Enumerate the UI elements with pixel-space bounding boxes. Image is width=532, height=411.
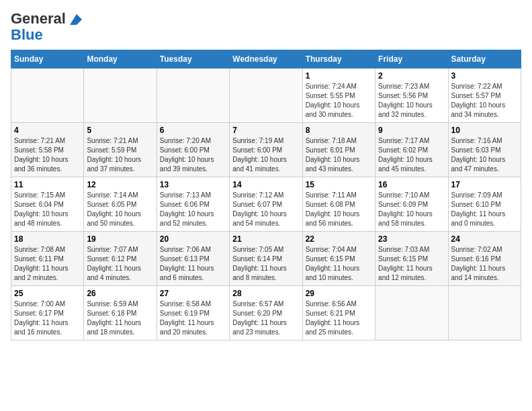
calendar-cell: 18Sunrise: 7:08 AM Sunset: 6:11 PM Dayli… bbox=[11, 232, 84, 286]
calendar-cell bbox=[84, 68, 157, 123]
day-number: 18 bbox=[14, 234, 81, 244]
calendar-week-row: 1Sunrise: 7:24 AM Sunset: 5:55 PM Daylig… bbox=[11, 68, 521, 123]
calendar-cell: 14Sunrise: 7:12 AM Sunset: 6:07 PM Dayli… bbox=[230, 177, 302, 232]
weekday-header-friday: Friday bbox=[375, 50, 448, 68]
day-number: 21 bbox=[232, 234, 299, 244]
calendar-cell: 28Sunrise: 6:57 AM Sunset: 6:20 PM Dayli… bbox=[230, 286, 302, 340]
day-info: Sunrise: 6:57 AM Sunset: 6:20 PM Dayligh… bbox=[232, 300, 299, 337]
calendar-cell: 12Sunrise: 7:14 AM Sunset: 6:05 PM Dayli… bbox=[84, 177, 157, 232]
calendar-cell: 3Sunrise: 7:22 AM Sunset: 5:57 PM Daylig… bbox=[448, 68, 521, 123]
day-info: Sunrise: 7:22 AM Sunset: 5:57 PM Dayligh… bbox=[451, 82, 518, 120]
calendar-cell bbox=[11, 68, 84, 123]
day-info: Sunrise: 6:59 AM Sunset: 6:18 PM Dayligh… bbox=[87, 300, 153, 337]
logo: General Blue bbox=[11, 11, 82, 43]
day-number: 3 bbox=[451, 71, 518, 81]
day-info: Sunrise: 6:58 AM Sunset: 6:19 PM Dayligh… bbox=[160, 300, 226, 337]
day-number: 7 bbox=[232, 126, 299, 135]
page-header: General Blue bbox=[11, 11, 521, 43]
logo-general: General bbox=[11, 11, 66, 27]
day-info: Sunrise: 7:23 AM Sunset: 5:56 PM Dayligh… bbox=[378, 82, 445, 120]
calendar-cell: 25Sunrise: 7:00 AM Sunset: 6:17 PM Dayli… bbox=[11, 286, 84, 340]
calendar-cell bbox=[375, 286, 448, 340]
day-number: 12 bbox=[87, 180, 153, 189]
day-info: Sunrise: 7:00 AM Sunset: 6:17 PM Dayligh… bbox=[14, 300, 81, 337]
calendar-cell bbox=[448, 286, 521, 340]
day-info: Sunrise: 7:15 AM Sunset: 6:04 PM Dayligh… bbox=[14, 191, 81, 228]
day-info: Sunrise: 7:10 AM Sunset: 6:09 PM Dayligh… bbox=[378, 191, 445, 228]
calendar-cell bbox=[157, 68, 229, 123]
day-info: Sunrise: 7:03 AM Sunset: 6:15 PM Dayligh… bbox=[378, 245, 445, 283]
day-info: Sunrise: 7:13 AM Sunset: 6:06 PM Dayligh… bbox=[160, 191, 226, 228]
calendar-cell: 1Sunrise: 7:24 AM Sunset: 5:55 PM Daylig… bbox=[302, 68, 375, 123]
calendar-week-row: 11Sunrise: 7:15 AM Sunset: 6:04 PM Dayli… bbox=[11, 177, 521, 232]
calendar-cell: 17Sunrise: 7:09 AM Sunset: 6:10 PM Dayli… bbox=[448, 177, 521, 232]
day-info: Sunrise: 7:21 AM Sunset: 5:59 PM Dayligh… bbox=[87, 136, 153, 174]
calendar-week-row: 25Sunrise: 7:00 AM Sunset: 6:17 PM Dayli… bbox=[11, 286, 521, 340]
calendar-cell: 8Sunrise: 7:18 AM Sunset: 6:01 PM Daylig… bbox=[302, 123, 375, 177]
day-number: 27 bbox=[160, 289, 226, 298]
day-number: 8 bbox=[306, 126, 372, 135]
calendar-cell: 19Sunrise: 7:07 AM Sunset: 6:12 PM Dayli… bbox=[84, 232, 157, 286]
day-number: 24 bbox=[451, 234, 518, 244]
calendar-cell bbox=[230, 68, 302, 123]
day-info: Sunrise: 7:04 AM Sunset: 6:15 PM Dayligh… bbox=[306, 245, 372, 283]
weekday-header-wednesday: Wednesday bbox=[230, 50, 302, 68]
day-number: 9 bbox=[378, 126, 445, 135]
day-number: 11 bbox=[14, 180, 81, 189]
day-info: Sunrise: 7:08 AM Sunset: 6:11 PM Dayligh… bbox=[14, 245, 81, 283]
weekday-header-thursday: Thursday bbox=[302, 50, 375, 68]
day-number: 15 bbox=[306, 180, 372, 189]
day-info: Sunrise: 7:18 AM Sunset: 6:01 PM Dayligh… bbox=[306, 136, 372, 174]
logo-blue: Blue bbox=[11, 27, 43, 43]
calendar-cell: 13Sunrise: 7:13 AM Sunset: 6:06 PM Dayli… bbox=[157, 177, 229, 232]
calendar-cell: 16Sunrise: 7:10 AM Sunset: 6:09 PM Dayli… bbox=[375, 177, 448, 232]
calendar-cell: 21Sunrise: 7:05 AM Sunset: 6:14 PM Dayli… bbox=[230, 232, 302, 286]
weekday-header-monday: Monday bbox=[84, 50, 157, 68]
calendar-table: SundayMondayTuesdayWednesdayThursdayFrid… bbox=[11, 50, 521, 340]
calendar-cell: 26Sunrise: 6:59 AM Sunset: 6:18 PM Dayli… bbox=[84, 286, 157, 340]
day-number: 5 bbox=[87, 126, 153, 135]
calendar-cell: 6Sunrise: 7:20 AM Sunset: 6:00 PM Daylig… bbox=[157, 123, 229, 177]
day-info: Sunrise: 7:16 AM Sunset: 6:03 PM Dayligh… bbox=[451, 136, 518, 174]
calendar-cell: 4Sunrise: 7:21 AM Sunset: 5:58 PM Daylig… bbox=[11, 123, 84, 177]
day-number: 4 bbox=[14, 126, 81, 135]
day-info: Sunrise: 7:20 AM Sunset: 6:00 PM Dayligh… bbox=[160, 136, 226, 174]
calendar-cell: 5Sunrise: 7:21 AM Sunset: 5:59 PM Daylig… bbox=[84, 123, 157, 177]
calendar-cell: 27Sunrise: 6:58 AM Sunset: 6:19 PM Dayli… bbox=[157, 286, 229, 340]
day-info: Sunrise: 6:56 AM Sunset: 6:21 PM Dayligh… bbox=[306, 300, 372, 337]
calendar-cell: 24Sunrise: 7:02 AM Sunset: 6:16 PM Dayli… bbox=[448, 232, 521, 286]
calendar-cell: 23Sunrise: 7:03 AM Sunset: 6:15 PM Dayli… bbox=[375, 232, 448, 286]
day-info: Sunrise: 7:14 AM Sunset: 6:05 PM Dayligh… bbox=[87, 191, 153, 228]
day-info: Sunrise: 7:09 AM Sunset: 6:10 PM Dayligh… bbox=[451, 191, 518, 228]
calendar-week-row: 4Sunrise: 7:21 AM Sunset: 5:58 PM Daylig… bbox=[11, 123, 521, 177]
day-info: Sunrise: 7:17 AM Sunset: 6:02 PM Dayligh… bbox=[378, 136, 445, 174]
calendar-cell: 10Sunrise: 7:16 AM Sunset: 6:03 PM Dayli… bbox=[448, 123, 521, 177]
day-info: Sunrise: 7:02 AM Sunset: 6:16 PM Dayligh… bbox=[451, 245, 518, 283]
day-info: Sunrise: 7:06 AM Sunset: 6:13 PM Dayligh… bbox=[160, 245, 226, 283]
calendar-cell: 29Sunrise: 6:56 AM Sunset: 6:21 PM Dayli… bbox=[302, 286, 375, 340]
day-number: 29 bbox=[306, 289, 372, 298]
day-number: 14 bbox=[232, 180, 299, 189]
calendar-cell: 2Sunrise: 7:23 AM Sunset: 5:56 PM Daylig… bbox=[375, 68, 448, 123]
day-info: Sunrise: 7:12 AM Sunset: 6:07 PM Dayligh… bbox=[232, 191, 299, 228]
day-number: 23 bbox=[378, 234, 445, 244]
day-number: 26 bbox=[87, 289, 153, 298]
day-number: 10 bbox=[451, 126, 518, 135]
day-number: 28 bbox=[232, 289, 299, 298]
calendar-cell: 9Sunrise: 7:17 AM Sunset: 6:02 PM Daylig… bbox=[375, 123, 448, 177]
day-number: 16 bbox=[378, 180, 445, 189]
day-info: Sunrise: 7:21 AM Sunset: 5:58 PM Dayligh… bbox=[14, 136, 81, 174]
calendar-cell: 15Sunrise: 7:11 AM Sunset: 6:08 PM Dayli… bbox=[302, 177, 375, 232]
day-info: Sunrise: 7:07 AM Sunset: 6:12 PM Dayligh… bbox=[87, 245, 153, 283]
day-number: 25 bbox=[14, 289, 81, 298]
day-number: 1 bbox=[306, 71, 372, 81]
day-number: 6 bbox=[160, 126, 226, 135]
day-number: 17 bbox=[451, 180, 518, 189]
calendar-week-row: 18Sunrise: 7:08 AM Sunset: 6:11 PM Dayli… bbox=[11, 232, 521, 286]
day-number: 13 bbox=[160, 180, 226, 189]
logo-bird-icon bbox=[67, 13, 82, 25]
svg-marker-0 bbox=[70, 14, 82, 25]
calendar-cell: 7Sunrise: 7:19 AM Sunset: 6:00 PM Daylig… bbox=[230, 123, 302, 177]
day-number: 19 bbox=[87, 234, 153, 244]
day-info: Sunrise: 7:19 AM Sunset: 6:00 PM Dayligh… bbox=[232, 136, 299, 174]
